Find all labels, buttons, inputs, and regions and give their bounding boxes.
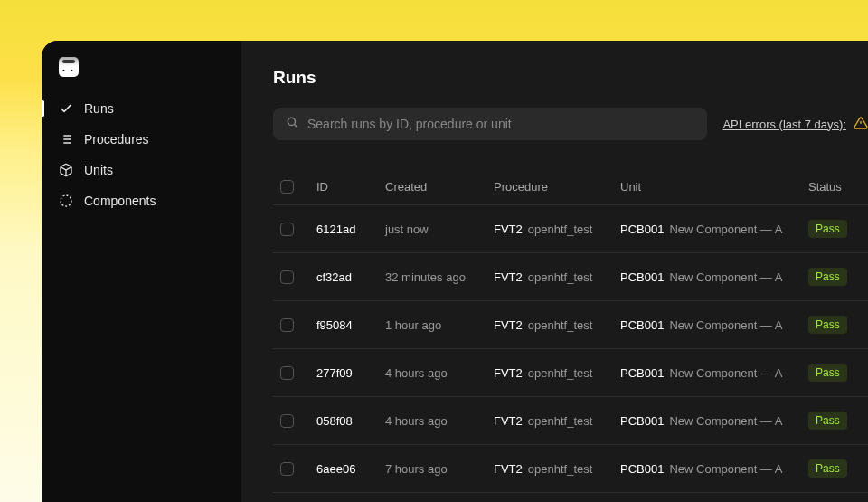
procedure-name: openhtf_test: [528, 462, 593, 476]
procedure-code: FVT2: [494, 270, 523, 284]
procedure-code: FVT2: [494, 318, 523, 332]
unit-code: PCB001: [620, 462, 664, 476]
procedure-name: openhtf_test: [528, 270, 593, 284]
header-checkbox-cell: [273, 180, 316, 194]
row-checkbox[interactable]: [280, 318, 294, 332]
unit-code: PCB001: [620, 270, 664, 284]
table-row[interactable]: 277f094 hours agoFVT2openhtf_testPCB001N…: [273, 349, 868, 397]
row-created: 4 hours ago: [385, 414, 494, 428]
sidebar-item-label: Procedures: [84, 132, 149, 147]
runs-table: ID Created Procedure Unit Status 6121adj…: [273, 169, 868, 502]
procedure-name: openhtf_test: [528, 414, 593, 428]
unit-name: New Component — A: [669, 270, 782, 284]
row-status: Pass: [808, 412, 868, 430]
unit-code: PCB001: [620, 366, 664, 380]
row-created: 32 minutes ago: [385, 270, 494, 284]
sidebar-item-units[interactable]: Units: [42, 155, 241, 185]
row-checkbox[interactable]: [280, 414, 294, 428]
sidebar: RunsProceduresUnitsComponents: [42, 41, 241, 502]
status-badge: Pass: [808, 459, 847, 478]
row-created: just now: [385, 223, 494, 236]
procedure-code: FVT2: [494, 462, 523, 476]
row-checkbox-cell: [273, 366, 316, 380]
check-icon: [59, 101, 73, 116]
procedure-name: openhtf_test: [528, 318, 593, 332]
header-procedure: Procedure: [494, 180, 620, 194]
status-badge: Pass: [808, 364, 847, 382]
table-row[interactable]: cf32ad32 minutes agoFVT2openhtf_testPCB0…: [273, 253, 868, 301]
toolbar: API errors (last 7 days):: [273, 108, 868, 140]
warning-icon: [854, 116, 868, 133]
procedure-code: FVT2: [494, 414, 523, 428]
table-row[interactable]: 058f084 hours agoFVT2openhtf_testPCB001N…: [273, 397, 868, 445]
unit-code: PCB001: [620, 223, 664, 236]
svg-point-7: [61, 195, 71, 206]
svg-line-9: [295, 125, 297, 128]
row-procedure: FVT2openhtf_test: [494, 414, 620, 428]
row-status: Pass: [808, 364, 868, 382]
row-checkbox-cell: [273, 270, 316, 284]
row-procedure: FVT2openhtf_test: [494, 462, 620, 476]
row-unit: PCB001New Component — A: [620, 270, 808, 284]
status-badge: Pass: [808, 412, 847, 430]
row-id: 058f08: [316, 414, 385, 428]
unit-name: New Component — A: [669, 223, 782, 236]
row-unit: PCB001New Component — A: [620, 223, 808, 236]
unit-code: PCB001: [620, 318, 664, 332]
svg-point-8: [288, 118, 295, 125]
row-checkbox-cell: [273, 223, 316, 236]
api-errors-link[interactable]: API errors (last 7 days):: [722, 116, 868, 133]
row-status: Pass: [808, 220, 868, 238]
table-row[interactable]: f950841 hour agoFVT2openhtf_testPCB001Ne…: [273, 301, 868, 349]
row-status: Pass: [808, 268, 868, 286]
row-status: Pass: [808, 459, 868, 478]
app-logo: [59, 57, 79, 77]
header-status: Status: [808, 180, 868, 194]
procedure-name: openhtf_test: [528, 223, 593, 236]
sidebar-item-label: Runs: [84, 101, 114, 116]
status-badge: Pass: [808, 316, 847, 334]
table-row[interactable]: 12c4af7 hours agoFVT2openhtf_testPCB001N…: [273, 493, 868, 502]
status-badge: Pass: [808, 268, 847, 286]
row-created: 4 hours ago: [385, 366, 494, 380]
row-procedure: FVT2openhtf_test: [494, 223, 620, 236]
search-input[interactable]: [307, 117, 694, 131]
row-id: 277f09: [316, 366, 385, 380]
row-checkbox[interactable]: [280, 270, 294, 284]
row-unit: PCB001New Component — A: [620, 462, 808, 476]
row-checkbox[interactable]: [280, 223, 294, 236]
row-unit: PCB001New Component — A: [620, 366, 808, 380]
component-icon: [59, 194, 73, 208]
header-id: ID: [316, 180, 385, 194]
row-checkbox-cell: [273, 462, 316, 476]
row-checkbox-cell: [273, 414, 316, 428]
procedure-name: openhtf_test: [528, 366, 593, 380]
app-window: RunsProceduresUnitsComponents Runs API e…: [42, 41, 868, 502]
main-content: Runs API errors (last 7 days): ID: [241, 41, 868, 502]
table-row[interactable]: 6aee067 hours agoFVT2openhtf_testPCB001N…: [273, 445, 868, 493]
header-created: Created: [385, 180, 494, 194]
sidebar-item-components[interactable]: Components: [42, 185, 241, 216]
row-id: cf32ad: [316, 270, 385, 284]
row-procedure: FVT2openhtf_test: [494, 366, 620, 380]
procedure-code: FVT2: [494, 366, 523, 380]
table-row[interactable]: 6121adjust nowFVT2openhtf_testPCB001New …: [273, 205, 868, 253]
row-id: 6aee06: [316, 462, 385, 476]
unit-code: PCB001: [620, 414, 664, 428]
row-created: 1 hour ago: [385, 318, 494, 332]
row-unit: PCB001New Component — A: [620, 414, 808, 428]
select-all-checkbox[interactable]: [280, 180, 294, 194]
sidebar-item-procedures[interactable]: Procedures: [42, 124, 241, 155]
procedure-code: FVT2: [494, 223, 523, 236]
row-checkbox[interactable]: [280, 462, 294, 476]
sidebar-item-label: Units: [84, 163, 113, 177]
row-procedure: FVT2openhtf_test: [494, 318, 620, 332]
page-title: Runs: [273, 68, 868, 88]
sidebar-item-runs[interactable]: Runs: [42, 93, 241, 124]
sidebar-item-label: Components: [84, 194, 156, 208]
header-unit: Unit: [620, 180, 808, 194]
row-created: 7 hours ago: [385, 462, 494, 476]
search-box[interactable]: [273, 108, 707, 140]
table-header-row: ID Created Procedure Unit Status: [273, 169, 868, 205]
row-checkbox[interactable]: [280, 366, 294, 380]
